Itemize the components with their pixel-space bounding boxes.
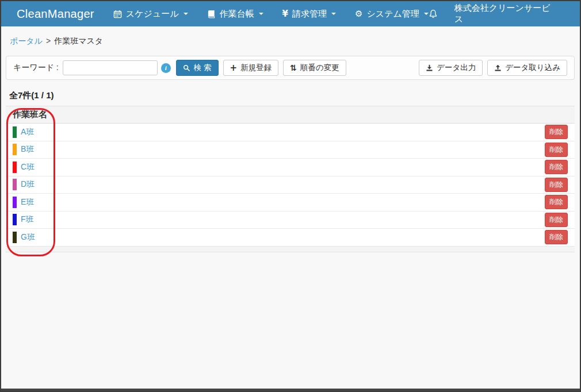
new-entry-button-label: 新規登録 — [240, 63, 272, 73]
team-color-bar — [13, 162, 17, 173]
team-color-bar — [13, 232, 17, 243]
delete-button[interactable]: 削除 — [545, 143, 568, 157]
nav-billing-label: 請求管理 — [292, 9, 327, 20]
import-button-label: データ取り込み — [505, 63, 560, 73]
delete-button[interactable]: 削除 — [545, 213, 568, 227]
column-header-team-name: 作業班名 — [13, 109, 47, 120]
search-icon — [183, 64, 190, 72]
table-row: A班 削除 — [6, 124, 575, 141]
team-name-link[interactable]: C班 — [21, 162, 35, 172]
delete-button[interactable]: 削除 — [545, 160, 568, 174]
table-row: C班 削除 — [6, 159, 575, 176]
info-icon[interactable]: i — [161, 63, 171, 73]
reorder-button-label: 順番の変更 — [300, 63, 339, 73]
sort-arrows-icon: ⇅ — [290, 63, 297, 72]
team-color-bar — [13, 214, 17, 225]
import-button[interactable]: データ取り込み — [487, 60, 567, 76]
team-name-link[interactable]: B班 — [21, 144, 34, 155]
delete-button[interactable]: 削除 — [545, 195, 568, 209]
chevron-down-icon — [259, 13, 263, 15]
table-row: G班 削除 — [6, 229, 575, 247]
table-row: E班 削除 — [6, 194, 575, 212]
search-button[interactable]: 検 索 — [176, 60, 219, 76]
team-name-link[interactable]: E班 — [21, 197, 34, 207]
delete-button[interactable]: 削除 — [545, 230, 568, 244]
team-name-link[interactable]: G班 — [21, 232, 35, 243]
delete-button[interactable]: 削除 — [545, 125, 568, 139]
table-footer-strip — [6, 247, 575, 252]
nav-work-ledger-label: 作業台帳 — [220, 9, 254, 20]
keyword-input[interactable] — [63, 60, 158, 75]
export-button-label: データ出力 — [437, 63, 476, 73]
table-row: B班 削除 — [6, 141, 575, 159]
chevron-down-icon — [331, 13, 336, 15]
team-name-link[interactable]: A班 — [21, 127, 34, 137]
export-button[interactable]: データ出力 — [419, 60, 483, 76]
breadcrumb: ポータル>作業班マスタ — [1, 26, 580, 56]
plus-icon: + — [230, 63, 238, 73]
calendar-icon — [113, 10, 122, 18]
team-name-link[interactable]: F班 — [21, 214, 34, 225]
yen-icon: ¥ — [282, 9, 288, 19]
new-entry-button[interactable]: + 新規登録 — [223, 60, 279, 76]
chevron-down-icon — [184, 13, 188, 15]
team-table: 作業班名 A班 削除 B班 削除 C班 削除 D班 削除 E班 削除 F班 削除… — [6, 106, 575, 252]
toolbar-right-group: データ出力 データ取り込み — [419, 60, 567, 76]
nav-system-admin[interactable]: ⚙ システム管理 — [355, 9, 429, 20]
search-button-label: 検 索 — [194, 63, 212, 73]
table-header-row: 作業班名 — [6, 106, 575, 124]
upload-icon — [494, 64, 502, 72]
bell-icon[interactable] — [429, 9, 438, 19]
team-name-link[interactable]: D班 — [21, 179, 35, 190]
navbar-right-group: 株式会社クリーンサービス — [429, 3, 553, 25]
brand-logo[interactable]: CleanManager — [17, 7, 94, 21]
cutoff-footer-line — [1, 389, 580, 391]
team-color-bar — [13, 126, 17, 138]
keyword-label: キーワード : — [13, 63, 59, 73]
nav-work-ledger[interactable]: 作業台帳 — [207, 9, 263, 20]
nav-billing[interactable]: ¥ 請求管理 — [282, 9, 336, 20]
gears-icon: ⚙ — [355, 10, 362, 18]
breadcrumb-portal-link[interactable]: ポータル — [10, 36, 43, 45]
table-row: D班 削除 — [6, 176, 575, 194]
company-name[interactable]: 株式会社クリーンサービス — [454, 3, 553, 25]
top-navbar: CleanManager スケジュール 作業台帳 ¥ 請求管理 — [1, 1, 580, 26]
team-table-body: A班 削除 B班 削除 C班 削除 D班 削除 E班 削除 F班 削除 G班 削… — [6, 124, 575, 247]
breadcrumb-current: 作業班マスタ — [54, 36, 103, 45]
reorder-button[interactable]: ⇅ 順番の変更 — [283, 60, 346, 76]
nav-schedule[interactable]: スケジュール — [113, 9, 188, 20]
team-color-bar — [13, 197, 17, 208]
search-toolbar: キーワード : i 検 索 + 新規登録 ⇅ 順番の変更 データ出力 データ取り… — [6, 56, 575, 80]
team-color-bar — [13, 179, 17, 190]
book-icon — [207, 10, 216, 18]
download-icon — [426, 64, 433, 72]
record-count: 全7件(1 / 1) — [9, 90, 580, 101]
table-row: F班 削除 — [6, 212, 575, 229]
nav-schedule-label: スケジュール — [126, 9, 179, 20]
chevron-down-icon — [424, 13, 429, 15]
nav-system-admin-label: システム管理 — [366, 9, 419, 20]
team-color-bar — [13, 144, 17, 155]
breadcrumb-separator: > — [46, 36, 51, 45]
delete-button[interactable]: 削除 — [545, 178, 568, 192]
